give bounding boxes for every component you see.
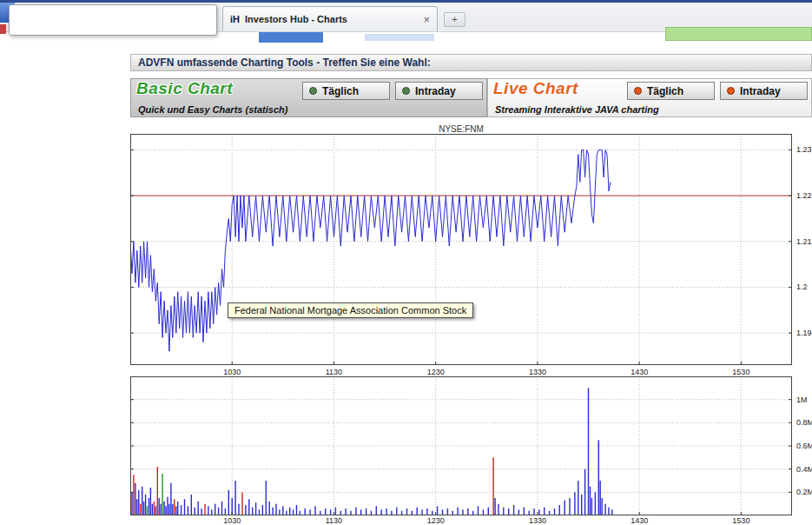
price-y-axis: 1.231.221.211.21.19 bbox=[795, 134, 812, 365]
price-y-tick-label: 1.2 bbox=[796, 282, 808, 291]
price-chart bbox=[130, 134, 792, 365]
price-x-tick-label: 1530 bbox=[728, 368, 754, 376]
price-chart-svg bbox=[130, 134, 792, 365]
window-top-border bbox=[0, 0, 812, 3]
volume-y-tick-label: 0.8M bbox=[796, 418, 812, 427]
price-y-tick-label: 1.23 bbox=[796, 145, 812, 154]
volume-y-tick-label: 0.6M bbox=[796, 442, 812, 450]
radio-dot-icon bbox=[309, 87, 317, 95]
new-tab-button[interactable]: + bbox=[444, 12, 465, 27]
live-chart-panel: Live Chart Täglich Intraday Streaming In… bbox=[487, 78, 812, 117]
price-x-tick-label: 1230 bbox=[423, 368, 449, 376]
price-x-tick-label: 1030 bbox=[219, 368, 245, 376]
volume-y-axis: 1M0.8M0.6M0.4M0.2M bbox=[795, 376, 812, 515]
chart-symbol-title: NYSE:FNM bbox=[130, 124, 792, 134]
live-taeglich-button[interactable]: Täglich bbox=[627, 82, 715, 100]
basic-chart-panel: Basic Chart Täglich Intraday Quick und E… bbox=[130, 78, 487, 117]
price-x-tick-label: 1130 bbox=[320, 368, 347, 376]
volume-x-tick-label: 1430 bbox=[626, 516, 652, 525]
basic-intraday-button[interactable]: Intraday bbox=[395, 82, 483, 100]
toolbar-lightblue-fragment bbox=[365, 34, 434, 41]
button-label: Intraday bbox=[415, 85, 456, 97]
volume-x-axis: 103011301230133014301530 bbox=[130, 516, 792, 525]
toolbar-red-fragment bbox=[0, 24, 6, 34]
basic-chart-subtitle: Quick und Easy Charts (statisch) bbox=[138, 104, 287, 115]
tab-title: Investors Hub - Charts bbox=[245, 14, 418, 24]
tab-close-icon[interactable]: × bbox=[423, 13, 430, 26]
live-intraday-button[interactable]: Intraday bbox=[720, 82, 808, 100]
radio-dot-icon bbox=[402, 87, 410, 95]
basic-chart-buttons: Täglich Intraday bbox=[302, 82, 483, 100]
volume-y-tick-label: 0.2M bbox=[796, 488, 812, 496]
live-chart-buttons: Täglich Intraday bbox=[627, 82, 808, 100]
price-y-tick-label: 1.19 bbox=[796, 329, 812, 337]
live-chart-heading: Live Chart bbox=[493, 79, 578, 98]
volume-chart bbox=[130, 376, 792, 515]
toolbar-blue-fragment bbox=[259, 32, 323, 43]
volume-chart-svg bbox=[130, 376, 792, 515]
radio-dot-icon bbox=[634, 87, 642, 95]
price-x-tick-label: 1330 bbox=[525, 368, 551, 376]
volume-x-tick-label: 1230 bbox=[423, 516, 449, 525]
volume-x-tick-label: 1030 bbox=[219, 516, 245, 525]
live-chart-subtitle: Streaming Interaktive JAVA charting bbox=[495, 104, 659, 115]
basic-taeglich-button[interactable]: Täglich bbox=[302, 82, 390, 100]
volume-x-tick-label: 1130 bbox=[320, 516, 347, 525]
radio-dot-icon bbox=[727, 87, 735, 95]
price-y-tick-label: 1.21 bbox=[796, 237, 812, 246]
button-label: Intraday bbox=[740, 85, 781, 97]
volume-y-tick-label: 0.4M bbox=[796, 465, 812, 474]
button-label: Täglich bbox=[322, 85, 359, 97]
volume-y-tick-label: 1M bbox=[796, 395, 808, 404]
address-dropdown[interactable] bbox=[9, 4, 217, 36]
price-y-tick-label: 1.22 bbox=[796, 191, 812, 200]
site-favicon-icon: iH bbox=[230, 14, 240, 24]
volume-x-tick-label: 1330 bbox=[525, 516, 551, 525]
chart-tooltip: Federal National Mortgage Association Co… bbox=[228, 302, 473, 318]
banner-fragment[interactable] bbox=[665, 27, 812, 41]
page-title: ADVFN umfassende Charting Tools - Treffe… bbox=[130, 54, 812, 71]
button-label: Täglich bbox=[647, 85, 683, 97]
basic-chart-heading: Basic Chart bbox=[136, 79, 233, 98]
volume-x-tick-label: 1530 bbox=[728, 516, 754, 525]
price-x-tick-label: 1430 bbox=[626, 368, 652, 376]
tab-investors-hub-charts[interactable]: iH Investors Hub - Charts × bbox=[222, 6, 438, 31]
